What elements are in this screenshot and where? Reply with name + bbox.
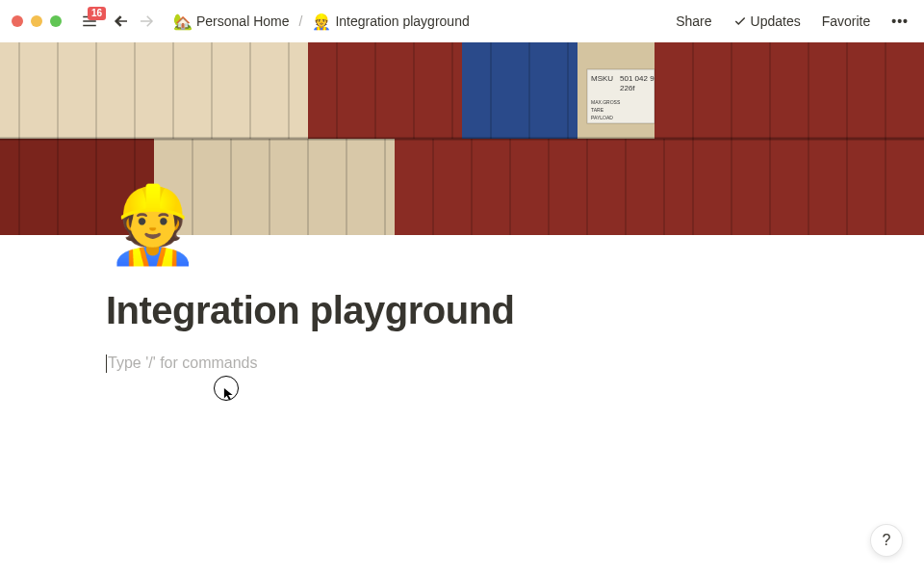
svg-rect-9 — [654, 42, 924, 139]
breadcrumb-current[interactable]: 👷 Integration playground — [308, 11, 473, 33]
content-placeholder: Type '/' for commands — [108, 355, 258, 371]
svg-text:MAX.GROSS: MAX.GROSS — [591, 99, 621, 105]
page-body: 👷 Integration playground Type '/' for co… — [0, 235, 924, 373]
close-window-button[interactable] — [12, 15, 23, 27]
nav-arrows — [112, 12, 156, 31]
notification-badge: 16 — [88, 7, 106, 20]
help-button[interactable]: ? — [870, 524, 903, 557]
breadcrumb-parent-label: Personal Home — [196, 13, 290, 29]
svg-text:226f: 226f — [620, 84, 635, 92]
breadcrumb-current-emoji: 👷 — [312, 13, 331, 31]
svg-rect-5 — [0, 42, 308, 139]
page-title[interactable]: Integration playground — [106, 287, 818, 333]
breadcrumb-parent[interactable]: 🏡 Personal Home — [169, 11, 294, 33]
favorite-button[interactable]: Favorite — [818, 12, 875, 31]
top-bar-left: 16 🏡 Personal Home / 👷 Integration playg… — [12, 11, 474, 33]
text-caret — [106, 355, 107, 373]
cursor-arrow-icon — [223, 387, 237, 401]
nav-back-button[interactable] — [112, 12, 131, 31]
minimize-window-button[interactable] — [31, 15, 42, 27]
arrow-left-icon — [113, 13, 130, 30]
svg-text:MSKU: MSKU — [591, 74, 613, 83]
svg-text:TARE: TARE — [591, 107, 604, 113]
breadcrumb-parent-emoji: 🏡 — [173, 13, 192, 31]
check-icon — [733, 14, 747, 28]
nav-forward-button[interactable] — [137, 12, 156, 31]
content-editor[interactable]: Type '/' for commands — [106, 355, 818, 373]
breadcrumb: 🏡 Personal Home / 👷 Integration playgrou… — [169, 11, 474, 33]
updates-button[interactable]: Updates — [730, 12, 805, 31]
cursor-indicator-ring — [214, 376, 239, 401]
breadcrumb-current-label: Integration playground — [335, 13, 469, 29]
page-icon[interactable]: 👷 — [106, 187, 199, 262]
maximize-window-button[interactable] — [50, 15, 62, 27]
sidebar-toggle-button[interactable]: 16 — [81, 13, 98, 30]
svg-text:PAYLOAD: PAYLOAD — [591, 115, 613, 120]
svg-rect-12 — [395, 139, 924, 235]
svg-rect-7 — [462, 42, 578, 139]
more-menu-button[interactable]: ••• — [887, 12, 912, 31]
arrow-right-icon — [138, 13, 155, 30]
breadcrumb-separator: / — [299, 13, 303, 29]
window-controls — [12, 15, 62, 27]
share-button[interactable]: Share — [672, 12, 715, 31]
top-bar: 16 🏡 Personal Home / 👷 Integration playg… — [0, 0, 924, 42]
svg-rect-6 — [308, 42, 462, 139]
top-bar-right: Share Updates Favorite ••• — [672, 12, 912, 31]
svg-text:501 042 9: 501 042 9 — [620, 74, 654, 83]
help-label: ? — [883, 532, 891, 549]
